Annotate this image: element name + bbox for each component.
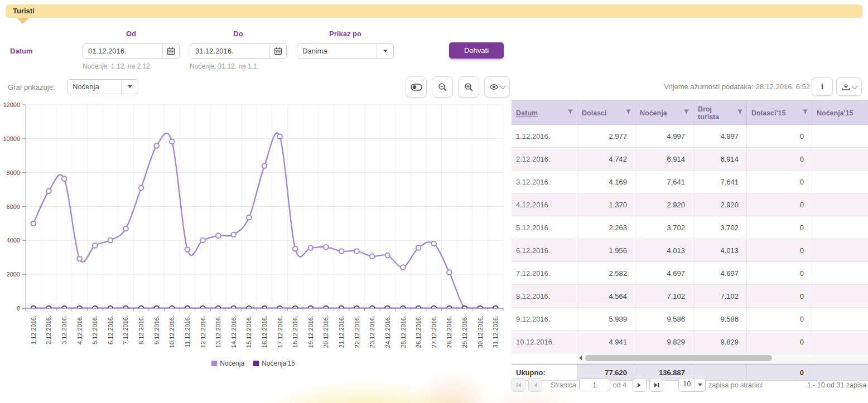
prikaz-po-select[interactable]: Danima [297, 43, 394, 59]
cell-value: 9.586 [635, 308, 693, 330]
column-header-nocenja15[interactable]: Noćenja'15 [812, 101, 868, 124]
legend-item-nocenja15[interactable]: Noćenja'15 [253, 360, 295, 367]
column-header-dolasci[interactable]: Dolasci [577, 101, 635, 124]
calendar-icon [167, 47, 175, 55]
table-row[interactable]: 3.12.2016.4.1697.6417.6410 [512, 171, 868, 193]
table-row[interactable]: 6.12.2016.1.9564.0134.0130 [512, 239, 868, 262]
turisti-tab[interactable]: Turisti [6, 4, 862, 18]
legend-item-nocenja[interactable]: Noćenja [211, 360, 244, 367]
cell-value: 0 [747, 262, 812, 284]
next-page-icon [637, 382, 642, 388]
info-icon: i [821, 82, 823, 91]
cell-value [812, 193, 868, 216]
table-row[interactable]: 5.12.2016.2.2633.7023.7020 [512, 216, 868, 239]
scroll-left-button[interactable] [579, 356, 582, 360]
cell-value: 0 [747, 125, 812, 147]
zoom-out-button[interactable] [432, 76, 453, 98]
x-axis-label: 30.12.2016. [477, 315, 484, 348]
data-point [385, 306, 390, 311]
data-point [277, 306, 282, 311]
od-hint: Noćenje: 1.12. na 2.12. [83, 62, 152, 70]
x-axis-label: 16.12.2016. [261, 315, 268, 348]
page-input[interactable] [579, 378, 610, 391]
data-point [401, 306, 406, 311]
graf-prikazuje-label: Graf prikazuje: [8, 83, 55, 91]
data-point [354, 249, 359, 254]
x-axis-label: 31.12.2016. [492, 315, 499, 348]
data-point [154, 143, 159, 148]
filter-icon[interactable] [683, 109, 689, 115]
filter-icon[interactable] [567, 109, 573, 115]
grid-scroll-row [512, 353, 868, 364]
data-point [431, 306, 436, 311]
scroll-thumb[interactable] [585, 355, 772, 361]
horizontal-scrollbar[interactable] [577, 353, 868, 363]
x-axis-label: 14.12.2016. [230, 315, 237, 348]
page-size-select[interactable]: 10 [678, 378, 706, 392]
nocenja-line-chart[interactable]: 0200040006000800010000120001.12.2016.2.1… [1, 101, 508, 356]
data-point [324, 306, 329, 311]
x-axis-label: 3.12.2016. [61, 315, 67, 344]
prev-page-icon [533, 382, 538, 388]
data-point [170, 306, 175, 311]
table-row[interactable]: 2.12.2016.4.7426.9146.9140 [512, 148, 868, 171]
page-size-dropdown-button[interactable] [695, 378, 705, 391]
column-header-nocenja[interactable]: Noćenja [635, 101, 693, 124]
filter-icon[interactable] [625, 109, 631, 115]
x-axis-label: 2.12.2016. [45, 315, 52, 344]
chart-legend: Noćenja Noćenja'15 [0, 360, 507, 367]
table-row[interactable]: 4.12.2016.1.3702.9202.9200 [512, 193, 868, 216]
data-point [493, 306, 498, 311]
table-row[interactable]: 1.12.2016.2.9774.9974.9970 [512, 125, 868, 148]
toggle-view-button[interactable] [406, 76, 427, 98]
data-point [200, 306, 205, 311]
chart-svg: 0200040006000800010000120001.12.2016.2.1… [1, 101, 508, 356]
prikaz-po-dropdown-button[interactable] [377, 44, 393, 58]
series-visibility-button[interactable] [484, 76, 510, 98]
column-header-dolasci15[interactable]: Dolasci'15 [747, 101, 812, 124]
dohvati-button[interactable]: Dohvati [449, 42, 504, 59]
table-row[interactable]: 9.12.2016.5.9899.5869.5860 [512, 308, 868, 331]
cell-value: 6.914 [635, 148, 693, 170]
filter-icon[interactable] [802, 109, 808, 115]
column-header-datum[interactable]: Datum [512, 101, 577, 124]
cell-value: 5.989 [577, 308, 635, 330]
cell-value: 9.586 [693, 308, 747, 330]
data-point [62, 306, 67, 311]
last-page-button[interactable] [649, 378, 663, 392]
data-point [339, 249, 344, 254]
data-point [262, 306, 267, 311]
download-button[interactable] [836, 77, 862, 96]
data-point [123, 306, 128, 311]
next-page-button[interactable] [633, 378, 647, 392]
data-point [385, 253, 390, 258]
od-date-group [83, 43, 180, 59]
data-point [231, 232, 236, 237]
data-point [46, 188, 51, 193]
cell-value: 7.102 [635, 285, 693, 307]
filter-icon[interactable] [737, 109, 743, 115]
graf-select[interactable]: Noćenja [67, 79, 138, 94]
first-page-button[interactable] [512, 378, 525, 392]
x-axis-label: 22.12.2016. [354, 315, 360, 348]
info-button[interactable]: i [812, 77, 833, 96]
column-header-broj-turista[interactable]: Broj turista [693, 101, 747, 124]
data-point [108, 238, 113, 243]
data-point [431, 241, 436, 246]
od-calendar-button[interactable] [162, 44, 179, 58]
zoom-in-button[interactable] [458, 76, 479, 98]
prikaz-po-value: Danima [297, 44, 377, 58]
do-calendar-button[interactable] [269, 44, 286, 58]
prev-page-button[interactable] [528, 378, 542, 392]
data-point [262, 163, 267, 168]
table-row[interactable]: 8.12.2016.4.5647.1027.1020 [512, 285, 868, 308]
do-date-input[interactable] [190, 44, 269, 58]
legend-label: Noćenja [220, 360, 244, 367]
table-row[interactable]: 7.12.2016.2.5824.6974.6970 [512, 262, 868, 285]
table-row[interactable]: 10.12.2016.4.9419.8299.8290 [512, 331, 868, 353]
data-point [139, 306, 144, 311]
od-date-input[interactable] [83, 44, 162, 58]
cell-value: 4.013 [693, 239, 747, 261]
legend-swatch [253, 361, 259, 366]
graf-dropdown-button[interactable] [121, 80, 138, 94]
